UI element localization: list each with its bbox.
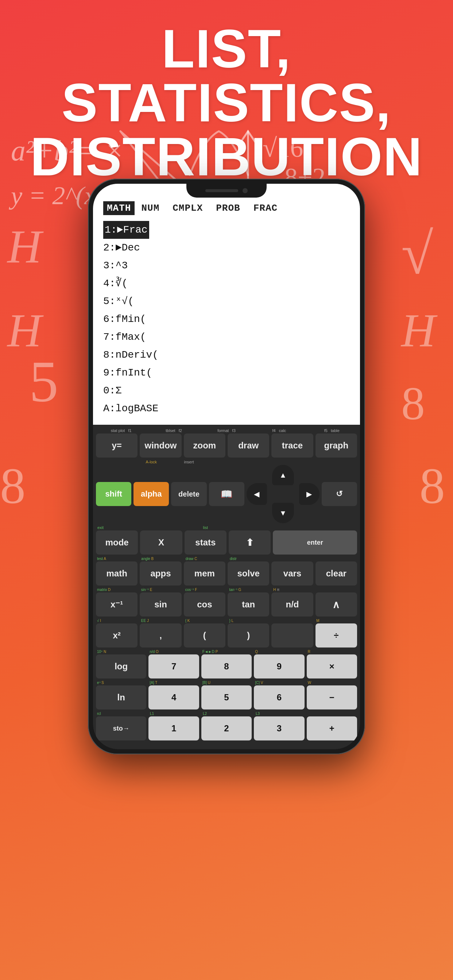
key-comma[interactable]: , [140,624,181,648]
key-share[interactable]: ⬆ [229,530,271,555]
calculator-screen: MATH NUM CMPLX PROB FRAC 1:►Frac 2:►Dec … [93,184,360,425]
key-5[interactable]: 5 [201,686,252,710]
key-tan[interactable]: tan [228,592,269,617]
key-y-equals[interactable]: y= [96,433,137,458]
row6-keys: x² , ( ) ÷ [96,624,357,648]
key-mode[interactable]: mode [96,530,138,555]
key-2[interactable]: 2 [201,716,252,740]
key-sin[interactable]: sin [140,592,181,617]
row2-sub-labels: . A-lock insert [96,460,357,464]
svg-text:√: √ [401,221,433,286]
key-zoom[interactable]: zoom [184,433,225,458]
key-add[interactable]: + [307,716,357,740]
key-stats[interactable]: stats [185,530,226,555]
key-cos[interactable]: cos [184,592,225,617]
key-7[interactable]: 7 [148,654,199,678]
dpad-right[interactable]: ▶ [299,483,319,505]
key-window[interactable]: window [140,433,181,458]
fn-label-tblset: tblset f2 [148,428,199,433]
dpad-up[interactable]: ▲ [272,465,294,485]
notch-camera [242,188,248,193]
key-solve[interactable]: solve [228,562,269,585]
fn-label-calc: f4 calc [254,428,304,433]
key-apps[interactable]: apps [140,562,181,585]
key-multiply[interactable]: × [307,654,357,678]
svg-text:8: 8 [401,377,425,430]
key-log[interactable]: log [96,654,146,678]
menu-prob[interactable]: PROB [209,201,247,215]
key-math[interactable]: math [96,562,137,585]
key-enter[interactable]: enter [273,530,357,555]
list-item[interactable]: 7:fMax( [103,328,350,346]
key-n-over-d[interactable]: n/d [271,592,313,617]
key-clear[interactable]: clear [316,562,357,585]
key-subtract[interactable]: − [307,686,357,710]
label-list: list [202,525,253,530]
svg-text:H: H [6,304,44,356]
list-item[interactable]: 6:fMin( [103,310,350,328]
key-divide[interactable]: ÷ [316,624,357,648]
key-trace[interactable]: trace [271,433,313,458]
row7-keys: log 7 8 9 × [96,654,357,678]
key-alpha[interactable]: alpha [134,482,169,506]
key-blank[interactable] [271,624,313,648]
list-item[interactable]: 4:∛( [103,275,350,293]
list-item[interactable]: 0:Σ [103,382,350,399]
svg-text:8: 8 [420,458,445,514]
key-draw[interactable]: draw [228,433,269,458]
list-item[interactable]: 3:^3 [103,257,350,275]
calc-menu-list: 1:►Frac 2:►Dec 3:^3 4:∛( 5:ˣ√( 6:fMin( 7… [103,221,350,417]
label-exit: exit [96,525,147,530]
fn-key-row: y= window zoom draw trace graph [96,433,357,458]
key-graph[interactable]: graph [316,433,357,458]
row4-sub-labels: test A angle B draw C distr [96,557,357,561]
list-item[interactable]: A:logBASE [103,399,350,417]
key-vars[interactable]: vars [271,562,313,585]
list-item[interactable]: 2:►Dec [103,239,350,257]
menu-frac[interactable]: FRAC [247,201,284,215]
key-mem[interactable]: mem [184,562,225,585]
dpad-left[interactable]: ◀ [247,483,267,505]
row5-sub-labels: matrix D sin⁻¹ E cos⁻¹ F tan⁻¹ G H π [96,588,357,592]
key-9[interactable]: 9 [254,654,304,678]
key-sto[interactable]: sto→ [96,716,146,740]
key-close-paren[interactable]: ) [228,624,269,648]
key-return-up[interactable]: ↺ [322,482,357,506]
key-delete[interactable]: delete [171,482,206,506]
row9-keys: sto→ 1 2 3 + [96,716,357,740]
key-x-squared[interactable]: x² [96,624,137,648]
phone-screen-area: MATH NUM CMPLX PROB FRAC 1:►Frac 2:►Dec … [93,184,360,749]
key-1[interactable]: 1 [148,716,199,740]
calc-menu-bar[interactable]: MATH NUM CMPLX PROB FRAC [103,201,350,215]
list-item[interactable]: 5:ˣ√( [103,293,350,310]
key-x-var[interactable]: X [140,530,182,555]
key-open-paren[interactable]: ( [184,624,225,648]
key-x-inverse[interactable]: x⁻¹ [96,592,137,617]
key-3[interactable]: 3 [254,716,304,740]
phone-body: MATH NUM CMPLX PROB FRAC 1:►Frac 2:►Dec … [88,179,365,754]
key-4[interactable]: 4 [148,686,199,710]
key-ln[interactable]: ln [96,686,146,710]
row3-keys: mode X stats ⬆ enter [96,530,357,555]
list-item[interactable]: 1:►Frac [103,221,350,239]
label-insert: insert [171,460,206,464]
key-caret[interactable]: ∧ [316,592,357,617]
dpad-down[interactable]: ▼ [272,503,294,523]
row5-keys: x⁻¹ sin cos tan n/d ∧ [96,592,357,617]
menu-cmplx[interactable]: CMPLX [166,201,209,215]
menu-math[interactable]: MATH [103,201,135,215]
phone-notch [187,184,266,197]
svg-text:H: H [400,304,438,356]
label-alock: A-lock [134,460,169,464]
row8-keys: ln 4 5 6 − [96,686,357,710]
key-6[interactable]: 6 [254,686,304,710]
calc-display: MATH NUM CMPLX PROB FRAC 1:►Frac 2:►Dec … [93,184,360,425]
list-item[interactable]: 9:fnInt( [103,364,350,382]
key-shift[interactable]: shift [96,482,131,506]
key-8[interactable]: 8 [201,654,252,678]
header-title-line2: DISTRIBUTION [0,130,453,184]
list-item[interactable]: 8:nDeriv( [103,346,350,364]
menu-num[interactable]: NUM [135,201,166,215]
row4-keys: math apps mem solve vars clear [96,562,357,585]
key-catalog[interactable]: 📖 [209,482,244,506]
